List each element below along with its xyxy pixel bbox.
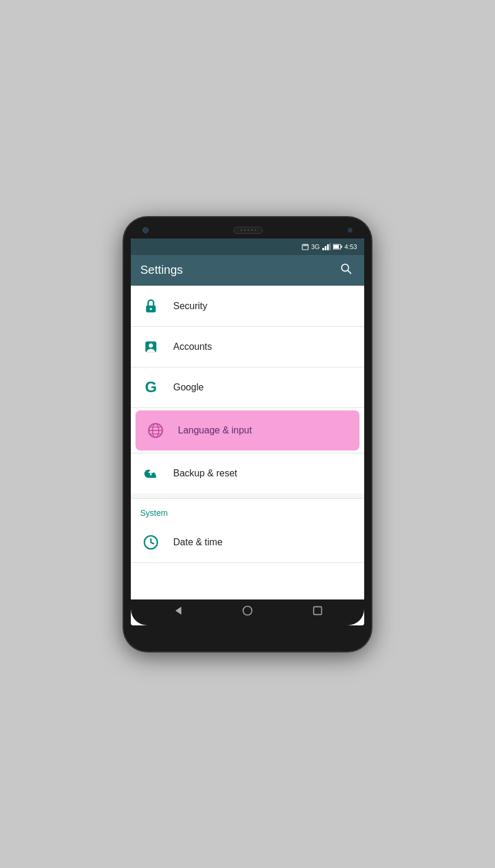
- nav-bar: [131, 599, 364, 625]
- battery-icon: [333, 243, 342, 250]
- sd-card-icon: [302, 243, 309, 250]
- language-input-label: Language & input: [178, 425, 252, 436]
- date-time-icon-container: [140, 532, 161, 553]
- search-icon: [339, 262, 352, 275]
- backup-reset-label: Backup & reset: [173, 468, 237, 479]
- back-button[interactable]: [162, 600, 193, 624]
- svg-rect-6: [327, 244, 329, 250]
- backup-icon-container: [140, 463, 161, 484]
- svg-line-24: [151, 542, 154, 544]
- svg-point-26: [243, 607, 252, 615]
- recents-square-icon: [312, 605, 324, 617]
- svg-rect-1: [303, 244, 305, 246]
- signal-bars-icon: [322, 243, 331, 250]
- globe-icon: [147, 422, 164, 439]
- svg-marker-25: [176, 607, 182, 614]
- phone-screen: 3G 4:53 Settings: [131, 238, 364, 625]
- settings-item-google[interactable]: G Google: [131, 367, 364, 408]
- google-label: Google: [173, 382, 204, 393]
- front-camera: [143, 227, 148, 233]
- svg-rect-10: [334, 245, 339, 249]
- phone-device: 3G 4:53 Settings: [124, 217, 371, 651]
- app-bar: Settings: [131, 255, 364, 286]
- status-bar: 3G 4:53: [131, 238, 364, 255]
- accounts-label: Accounts: [173, 342, 212, 352]
- google-icon-container: G: [140, 377, 161, 398]
- svg-rect-27: [314, 607, 321, 614]
- settings-item-security[interactable]: Security: [131, 286, 364, 326]
- divider-6: [131, 562, 364, 563]
- settings-item-date-time[interactable]: Date & time: [131, 522, 364, 562]
- svg-rect-3: [306, 244, 308, 246]
- settings-item-language-input[interactable]: Language & input: [136, 410, 359, 450]
- lock-icon: [143, 298, 159, 314]
- system-section-header: System: [131, 499, 364, 522]
- home-button[interactable]: [232, 600, 263, 624]
- recents-button[interactable]: [302, 600, 333, 624]
- google-g-icon: G: [145, 378, 157, 396]
- person-icon: [143, 339, 159, 355]
- clock-icon: [143, 534, 159, 551]
- security-label: Security: [173, 301, 207, 312]
- search-button[interactable]: [337, 260, 355, 280]
- settings-item-accounts[interactable]: Accounts: [131, 327, 364, 367]
- svg-point-16: [149, 343, 153, 347]
- svg-rect-2: [305, 244, 306, 246]
- home-circle-icon: [242, 605, 253, 617]
- divider-3: [131, 408, 364, 408]
- section-divider-system: [131, 493, 364, 498]
- back-arrow-icon: [171, 605, 183, 617]
- phone-top-hardware: [131, 224, 364, 238]
- svg-line-12: [348, 270, 351, 273]
- accounts-icon: [140, 336, 161, 357]
- svg-rect-5: [325, 246, 326, 250]
- status-icons: 3G 4:53: [302, 243, 357, 250]
- speaker-grille: [233, 227, 263, 234]
- settings-item-backup-reset[interactable]: Backup & reset: [131, 453, 364, 493]
- svg-rect-9: [341, 246, 342, 248]
- language-icon-container: [145, 420, 166, 441]
- clock-display: 4:53: [345, 243, 357, 250]
- cloud-upload-icon: [143, 465, 159, 482]
- proximity-sensor: [348, 228, 352, 233]
- svg-rect-7: [329, 243, 331, 250]
- page-title: Settings: [140, 263, 183, 277]
- network-indicator: 3G: [311, 243, 320, 250]
- date-time-label: Date & time: [173, 537, 223, 548]
- svg-point-14: [150, 307, 152, 310]
- security-icon: [140, 296, 161, 317]
- svg-rect-4: [322, 248, 324, 250]
- settings-list: Security Accounts G: [131, 286, 364, 599]
